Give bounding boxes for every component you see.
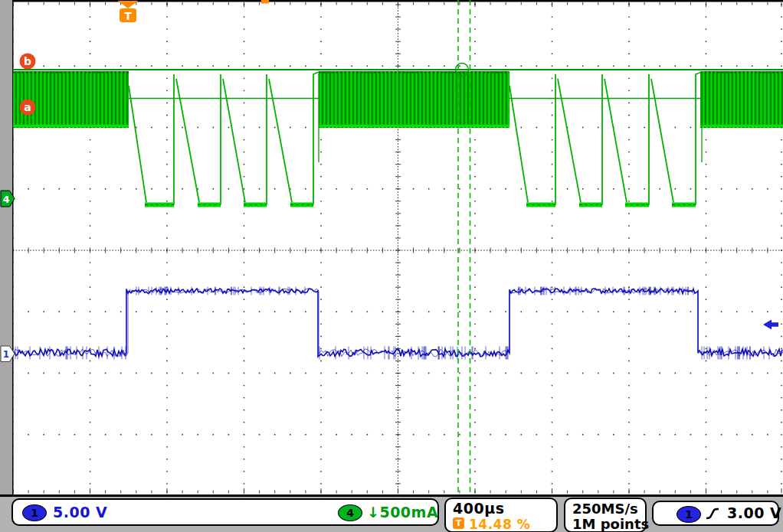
ch1-marker-label: 1 xyxy=(3,349,9,360)
left-bezel-strip xyxy=(0,0,12,497)
timebase-box[interactable]: 400µs T 14.48 % xyxy=(444,498,558,532)
acquisition-box[interactable]: 250MS/s 1M points xyxy=(564,498,647,532)
trigger-badge-icon: T xyxy=(453,517,464,529)
cursor-a-label: a xyxy=(24,101,31,113)
ch1-badge: 1 xyxy=(22,504,47,521)
trigger-source-badge: 1 xyxy=(677,506,701,523)
record-length-readout: 1M points xyxy=(572,516,649,532)
ch4-marker-label: 4 xyxy=(2,194,9,205)
oscilloscope-screen: T b a 4 1 1 5.00 V 4 xyxy=(0,0,783,532)
trigger-level-readout: 3.00 V xyxy=(727,504,781,521)
top-edge-orange-mark xyxy=(261,0,269,4)
trigger-source-badge-label: 1 xyxy=(685,508,693,521)
cursor-b-badge[interactable]: b xyxy=(20,54,36,70)
ch1-badge-label: 1 xyxy=(31,507,38,519)
status-bar: 1 5.00 V 4 ↓500mA 400µs T 14.48 % 250MS/… xyxy=(0,497,783,532)
ch1-scale-readout: 5.00 V xyxy=(53,504,107,521)
rising-edge-slope-icon xyxy=(704,506,721,521)
cursor-a-badge[interactable]: a xyxy=(20,100,36,116)
ch4-badge: 4 xyxy=(338,504,362,521)
graticule-display: T b a 4 1 xyxy=(0,0,783,497)
ch4-badge-label: 4 xyxy=(346,507,354,519)
sample-rate-readout: 250MS/s xyxy=(572,501,638,517)
channel-scales-box[interactable]: 1 5.00 V 4 ↓500mA xyxy=(11,498,439,526)
trigger-flag-label: T xyxy=(124,10,132,22)
ch4-scale-readout: ↓500mA xyxy=(367,504,438,521)
trigger-badge-label: T xyxy=(456,518,462,528)
trigger-settings-box[interactable]: 1 3.00 V xyxy=(652,501,779,526)
timebase-readout: 400µs xyxy=(453,500,504,517)
trigger-position-readout: 14.48 % xyxy=(469,517,530,532)
cursor-b-label: b xyxy=(24,55,31,67)
